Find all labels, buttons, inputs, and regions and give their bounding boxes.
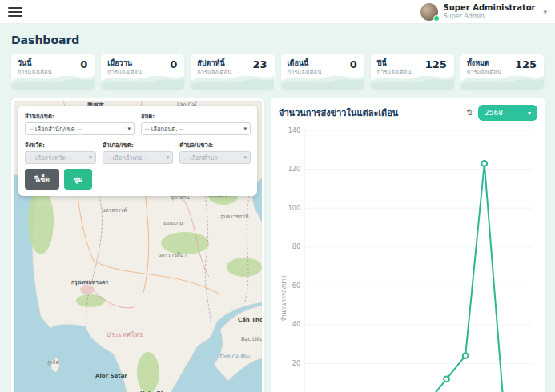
chevron-down-icon: ▾ <box>543 8 547 16</box>
filter-label-sao: อบต: <box>141 111 251 121</box>
wave-decoration <box>11 69 95 90</box>
line-chart: 020406080100120140จำนวนการส่งข่าว <box>279 121 537 392</box>
map-filter-card: สำนัก/เขต: -- เลือกสำนัก/เขต --▾ อบต: --… <box>18 106 257 196</box>
year-select[interactable]: 2568▾ <box>478 105 537 121</box>
svg-text:20: 20 <box>292 360 300 367</box>
zoom-button[interactable]: ซูม <box>64 169 92 190</box>
wave-decoration <box>460 69 544 90</box>
map-label: อุบลราชธานี <box>220 213 249 221</box>
svg-text:100: 100 <box>288 205 300 212</box>
office-select[interactable]: -- เลือกสำนัก/เขต --▾ <box>25 122 135 135</box>
chevron-down-icon: ▾ <box>89 154 92 161</box>
district-select: -- เลือกอำเภอ --▾ <box>103 151 174 164</box>
stat-card: ทั้งหมดการแจ้งเตือน125 <box>460 54 544 90</box>
stat-card: ปีนี้การแจ้งเตือน125 <box>371 54 454 90</box>
wave-decoration <box>191 69 274 90</box>
svg-text:120: 120 <box>288 166 300 173</box>
chevron-down-icon: ▾ <box>528 110 531 117</box>
map-label: ประเทศไทย <box>107 330 144 339</box>
filter-label-subdistrict: ตำบล/แขวง: <box>179 140 251 150</box>
stat-cards-row: วันนี้การแจ้งเตือน0เมื่อวานการแจ้งเตือน0… <box>11 54 544 90</box>
province-select: -- เลือกจังหวัด --▾ <box>25 151 96 164</box>
page-title: Dashboard <box>11 34 544 46</box>
online-status-dot <box>433 15 440 22</box>
map-label: นครราชสีมา <box>158 251 187 259</box>
filter-label-district: อำเภอ/เขต: <box>103 140 174 150</box>
chart-title: จำนวนการส่งข่าวในแต่ละเดือน <box>279 106 398 120</box>
map-label: Cần Thơ <box>238 317 262 323</box>
map-label: ขอนแก่น <box>163 219 183 227</box>
wave-decoration <box>371 69 454 90</box>
map-label: ภูเก็ต <box>47 358 59 366</box>
wave-decoration <box>281 69 364 90</box>
chevron-down-icon: ▾ <box>244 154 247 161</box>
stat-card: เมื่อวานการแจ้งเตือน0 <box>101 54 184 90</box>
stat-card: เดือนนี้การแจ้งเตือน0 <box>281 54 364 90</box>
chevron-down-icon: ▾ <box>127 126 131 132</box>
subdistrict-select: -- เลือกตำบล --▾ <box>179 151 251 164</box>
avatar <box>420 3 438 21</box>
top-bar: Super Administrator Super Admin ▾ <box>0 0 555 24</box>
map-label: กรุงเทพมหานคร <box>71 278 108 286</box>
svg-text:140: 140 <box>288 127 300 134</box>
map-label: นครสวรรค์ <box>102 206 127 214</box>
sao-select[interactable]: -- เลือกอบต. --▾ <box>141 122 251 135</box>
svg-text:60: 60 <box>292 282 300 290</box>
user-menu[interactable]: Super Administrator Super Admin ▾ <box>420 3 548 21</box>
map-panel: 普洱市Lào CaiThục Phánเชียงใหม่วังเวียงอุดร… <box>11 98 264 392</box>
chevron-down-icon: ▾ <box>167 154 170 161</box>
filter-label-province: จังหวัด: <box>25 140 96 150</box>
stat-card: สัปดาห์นี้การแจ้งเตือน23 <box>191 54 274 90</box>
map-label: Bạc Liêu <box>241 336 262 342</box>
map-label: Alor Setar <box>95 373 127 379</box>
year-label: ปี: <box>467 107 474 118</box>
map-label: Tỉnh Cà Mau <box>219 354 251 360</box>
stat-card: วันนี้การแจ้งเตือน0 <box>11 54 95 90</box>
svg-text:จำนวนการส่งข่าว: จำนวนการส่งข่าว <box>280 275 288 322</box>
map[interactable]: 普洱市Lào CaiThục Phánเชียงใหม่วังเวียงอุดร… <box>14 101 262 392</box>
svg-text:40: 40 <box>292 321 300 328</box>
chevron-down-icon: ▾ <box>243 126 247 132</box>
hamburger-menu-icon[interactable] <box>8 5 22 19</box>
svg-text:80: 80 <box>292 243 300 250</box>
wave-decoration <box>101 69 184 90</box>
reset-button[interactable]: รีเซ็ต <box>25 169 59 190</box>
chart-panel: จำนวนการส่งข่าวในแต่ละเดือน ปี: 2568▾ 02… <box>271 98 545 392</box>
user-name: Super Administrator <box>444 3 536 13</box>
user-role: Super Admin <box>444 13 536 21</box>
filter-label-office: สำนัก/เขต: <box>25 111 135 121</box>
